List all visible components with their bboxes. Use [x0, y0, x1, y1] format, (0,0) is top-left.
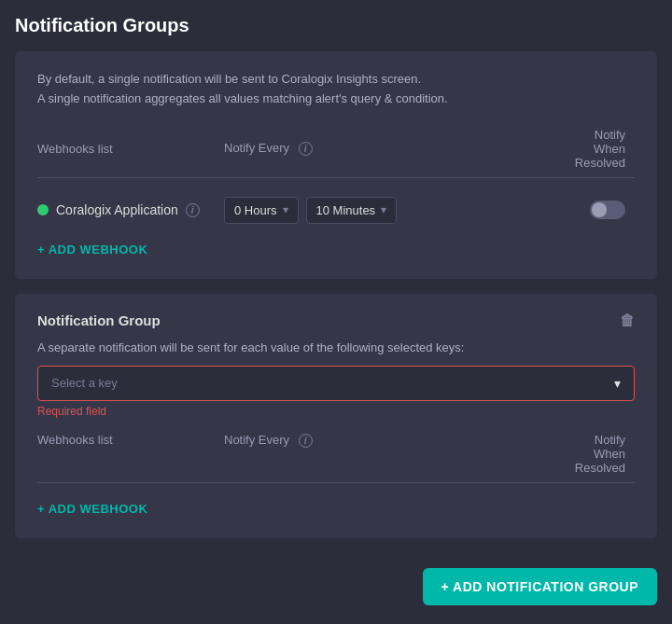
notification-group-card: Notification Group 🗑 A separate notifica… — [15, 294, 657, 538]
minutes-dropdown[interactable]: 10 Minutes ▾ — [306, 197, 398, 224]
webhook-row: Coralogix Application i 0 Hours ▾ 10 Min… — [37, 189, 635, 231]
key-select-placeholder: Select a key — [51, 376, 118, 390]
info-line2: A single notification aggregates all val… — [37, 90, 635, 109]
notify2-info-icon[interactable]: i — [299, 434, 313, 448]
col-header-notify: Notify Every i — [224, 141, 485, 156]
delete-group-icon[interactable]: 🗑 — [620, 312, 635, 329]
hours-chevron-icon: ▾ — [283, 203, 288, 216]
resolved-col — [485, 201, 635, 219]
col-header-webhooks: Webhooks list — [37, 142, 224, 156]
notification-group-title: Notification Group — [37, 312, 161, 328]
page-title: Notification Groups — [15, 15, 657, 36]
notify-col: 0 Hours ▾ 10 Minutes ▾ — [224, 197, 485, 224]
info-line1: By default, a single notification will b… — [37, 70, 635, 90]
key-select-chevron-icon: ▾ — [614, 376, 621, 391]
notify-info-icon[interactable]: i — [299, 142, 313, 156]
col2-header-webhooks: Webhooks list — [37, 433, 224, 447]
webhook-info-icon[interactable]: i — [186, 203, 200, 217]
webhook-name: Coralogix Application — [56, 202, 178, 217]
notify-resolved-toggle[interactable] — [590, 201, 625, 219]
required-field-label: Required field — [37, 405, 635, 418]
col-header-resolved: Notify When Resolved — [485, 128, 635, 170]
col2-header-notify: Notify Every i — [224, 433, 485, 448]
key-select-dropdown[interactable]: Select a key ▾ — [37, 366, 635, 401]
col2-header-resolved: Notify When Resolved — [485, 433, 635, 475]
webhook-name-col: Coralogix Application i — [37, 202, 224, 217]
add-webhook-button[interactable]: + ADD WEBHOOK — [37, 239, 147, 260]
status-dot — [37, 204, 49, 215]
info-text-block: By default, a single notification will b… — [37, 70, 635, 109]
add-notification-group-button[interactable]: + ADD NOTIFICATION GROUP — [423, 568, 658, 605]
hours-dropdown[interactable]: 0 Hours ▾ — [224, 197, 299, 224]
minutes-chevron-icon: ▾ — [381, 203, 386, 216]
add-webhook-button-2[interactable]: + ADD WEBHOOK — [37, 498, 147, 520]
default-notification-card: By default, a single notification will b… — [15, 51, 657, 279]
section-desc: A separate notification will be sent for… — [37, 340, 635, 354]
